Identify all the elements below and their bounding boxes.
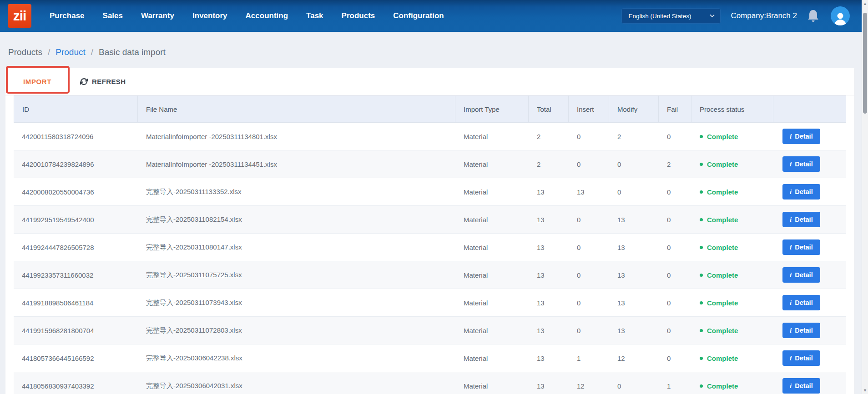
detail-button[interactable]: iDetail bbox=[782, 350, 820, 366]
table-header-row: IDFile NameImport TypeTotalInsertModifyF… bbox=[14, 95, 846, 123]
detail-button[interactable]: iDetail bbox=[782, 267, 820, 283]
nav-item-configuration[interactable]: Configuration bbox=[393, 11, 444, 20]
status-label: Complete bbox=[707, 244, 738, 251]
cell-insert: 0 bbox=[569, 317, 609, 344]
detail-button[interactable]: iDetail bbox=[782, 212, 820, 227]
cell-file_name: 完整导入-20250311080147.xlsx bbox=[138, 234, 455, 261]
user-icon bbox=[833, 11, 847, 25]
column-header-file-name: File Name bbox=[138, 95, 455, 123]
table-row: 4419924447826505728完整导入-20250311080147.x… bbox=[14, 234, 846, 261]
cell-process-status: Complete bbox=[691, 178, 773, 205]
detail-button-label: Detail bbox=[795, 188, 813, 195]
main-menu: PurchaseSalesWarrantyInventoryAccounting… bbox=[50, 11, 444, 20]
info-icon: i bbox=[790, 160, 792, 168]
breadcrumb-item-basic-data-import: Basic data import bbox=[99, 47, 166, 57]
bell-icon[interactable] bbox=[807, 8, 821, 24]
status-label: Complete bbox=[707, 382, 738, 390]
nav-item-warranty[interactable]: Warranty bbox=[141, 11, 174, 20]
cell-fail: 0 bbox=[659, 206, 691, 233]
cell-actions: iDetail bbox=[773, 372, 846, 394]
status-dot bbox=[700, 329, 703, 332]
status-dot bbox=[700, 190, 703, 194]
content-card: IMPORT REFRESH IDFile NameImport TypeTot… bbox=[5, 68, 854, 394]
cell-modify: 2 bbox=[609, 123, 659, 150]
breadcrumb-item-products: Products bbox=[8, 47, 42, 57]
breadcrumb-separator: / bbox=[48, 47, 50, 57]
status-badge: Complete bbox=[700, 382, 738, 390]
cell-process-status: Complete bbox=[691, 123, 773, 150]
status-badge: Complete bbox=[700, 160, 738, 168]
cell-fail: 0 bbox=[659, 261, 691, 289]
status-dot bbox=[700, 135, 703, 138]
import-button[interactable]: IMPORT bbox=[5, 68, 69, 95]
cell-insert: 0 bbox=[569, 150, 609, 178]
table-body: 4420011580318724096MaterialInfoImporter … bbox=[14, 123, 846, 394]
nav-item-purchase[interactable]: Purchase bbox=[50, 11, 85, 20]
cell-insert: 0 bbox=[569, 289, 609, 316]
cell-fail: 0 bbox=[659, 344, 691, 372]
detail-button[interactable]: iDetail bbox=[782, 239, 820, 255]
nav-item-sales[interactable]: Sales bbox=[103, 11, 123, 20]
status-label: Complete bbox=[707, 160, 738, 168]
status-badge: Complete bbox=[700, 216, 738, 224]
detail-button[interactable]: iDetail bbox=[782, 129, 820, 144]
language-select-value: English (United States) bbox=[628, 13, 691, 20]
column-header-import-type: Import Type bbox=[455, 95, 529, 123]
cell-total: 13 bbox=[529, 178, 569, 205]
cell-fail: 0 bbox=[659, 289, 691, 316]
refresh-button[interactable]: REFRESH bbox=[80, 78, 126, 85]
cell-process-status: Complete bbox=[691, 317, 773, 344]
cell-import_type: Material bbox=[455, 317, 529, 344]
scrollbar-down-arrow[interactable]: ▼ bbox=[862, 388, 868, 393]
column-header-process-status: Process status bbox=[691, 95, 773, 123]
detail-button[interactable]: iDetail bbox=[782, 184, 820, 199]
company-label: Company:Branch 2 bbox=[731, 11, 797, 20]
cell-id: 4419923357311660032 bbox=[14, 261, 138, 289]
cell-import_type: Material bbox=[455, 261, 529, 289]
cell-insert: 0 bbox=[569, 261, 609, 289]
cell-file_name: 完整导入-20250306042031.xlsx bbox=[138, 372, 455, 394]
cell-id: 4419929519549542400 bbox=[14, 206, 138, 233]
cell-fail: 0 bbox=[659, 178, 691, 205]
language-select[interactable]: English (United States) bbox=[621, 8, 721, 24]
nav-item-accounting[interactable]: Accounting bbox=[246, 11, 288, 20]
column-header-id: ID bbox=[14, 95, 138, 123]
detail-button[interactable]: iDetail bbox=[782, 156, 820, 172]
app-logo[interactable]: zii bbox=[8, 4, 31, 28]
cell-file_name: 完整导入-20250311073943.xlsx bbox=[138, 289, 455, 316]
cell-insert: 13 bbox=[569, 178, 609, 205]
detail-button[interactable]: iDetail bbox=[782, 295, 820, 310]
scrollbar-thumb[interactable] bbox=[863, 13, 867, 114]
table-row: 4418056830937403392完整导入-20250306042031.x… bbox=[14, 372, 846, 394]
top-navigation-bar: zii PurchaseSalesWarrantyInventoryAccoun… bbox=[0, 0, 862, 32]
detail-button-label: Detail bbox=[795, 244, 813, 251]
nav-item-task[interactable]: Task bbox=[306, 11, 323, 20]
info-icon: i bbox=[790, 382, 792, 390]
breadcrumb-item-product[interactable]: Product bbox=[56, 47, 85, 57]
cell-modify: 0 bbox=[609, 150, 659, 178]
cell-id: 4420008020550004736 bbox=[14, 178, 138, 205]
detail-button[interactable]: iDetail bbox=[782, 323, 820, 338]
vertical-scrollbar[interactable]: ▲ ▼ bbox=[862, 0, 868, 394]
nav-item-inventory[interactable]: Inventory bbox=[192, 11, 227, 20]
cell-modify: 0 bbox=[609, 372, 659, 394]
detail-button[interactable]: iDetail bbox=[782, 378, 820, 394]
status-dot bbox=[700, 301, 703, 304]
cell-modify: 13 bbox=[609, 206, 659, 233]
cell-id: 4418057366445166592 bbox=[14, 344, 138, 372]
cell-process-status: Complete bbox=[691, 289, 773, 316]
cell-actions: iDetail bbox=[773, 261, 846, 289]
user-avatar[interactable] bbox=[831, 6, 850, 25]
cell-modify: 0 bbox=[609, 178, 659, 205]
status-label: Complete bbox=[707, 299, 738, 307]
cell-import_type: Material bbox=[455, 178, 529, 205]
nav-item-products[interactable]: Products bbox=[342, 11, 375, 20]
cell-file_name: 完整导入-20250311133352.xlsx bbox=[138, 178, 455, 205]
scrollbar-up-arrow[interactable]: ▲ bbox=[862, 1, 868, 6]
cell-modify: 12 bbox=[609, 344, 659, 372]
breadcrumb-separator: / bbox=[91, 47, 93, 57]
cell-total: 13 bbox=[529, 206, 569, 233]
cell-import_type: Material bbox=[455, 206, 529, 233]
status-badge: Complete bbox=[700, 271, 738, 279]
cell-fail: 0 bbox=[659, 317, 691, 344]
